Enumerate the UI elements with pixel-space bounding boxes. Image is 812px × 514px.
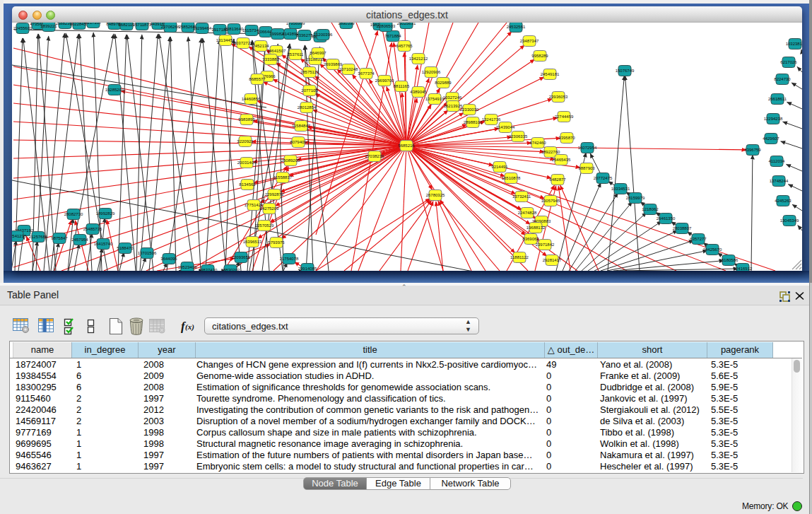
svg-text:8224730: 8224730 [774, 77, 791, 81]
svg-text:29281417: 29281417 [543, 258, 562, 262]
svg-text:22744459: 22744459 [555, 115, 574, 119]
svg-text:20813640: 20813640 [225, 27, 244, 31]
svg-text:8685577: 8685577 [249, 77, 266, 81]
svg-text:21257684: 21257684 [29, 235, 48, 239]
svg-text:3395870: 3395870 [558, 136, 575, 140]
svg-text:14275203: 14275203 [260, 206, 279, 211]
svg-text:23487347: 23487347 [520, 39, 539, 43]
svg-text:29914085: 29914085 [298, 267, 317, 271]
svg-text:19299464: 19299464 [193, 26, 212, 30]
svg-text:13748244: 13748244 [770, 179, 789, 183]
svg-text:18922760: 18922760 [541, 150, 560, 154]
svg-text:5188470: 5188470 [117, 246, 134, 250]
svg-text:1890399: 1890399 [338, 23, 355, 25]
svg-text:22806503: 22806503 [377, 24, 396, 28]
svg-text:10323815: 10323815 [786, 42, 802, 46]
svg-text:22570529: 22570529 [255, 223, 274, 228]
svg-text:13134457: 13134457 [216, 38, 235, 42]
svg-text:5685216: 5685216 [398, 144, 415, 148]
svg-text:11558837: 11558837 [273, 175, 293, 180]
svg-text:4112034: 4112034 [769, 159, 786, 163]
svg-text:2457954: 2457954 [71, 238, 88, 242]
svg-text:3644095: 3644095 [160, 257, 177, 261]
svg-text:12920906: 12920906 [422, 70, 441, 74]
svg-text:8134562: 8134562 [239, 182, 256, 187]
svg-text:11881122: 11881122 [510, 255, 529, 259]
svg-text:6482877: 6482877 [549, 177, 566, 182]
svg-text:10057945: 10057945 [541, 199, 560, 203]
svg-text:13701506: 13701506 [138, 251, 157, 255]
svg-text:13045349: 13045349 [780, 218, 799, 223]
svg-text:23971842: 23971842 [536, 243, 555, 247]
svg-text:9887903: 9887903 [578, 166, 595, 170]
svg-text:10837430: 10837430 [199, 268, 218, 271]
svg-text:15076749: 15076749 [616, 69, 635, 73]
svg-text:4429607: 4429607 [763, 136, 779, 141]
svg-text:22330030: 22330030 [460, 107, 479, 112]
svg-text:9958289: 9958289 [531, 54, 548, 58]
svg-text:12294238: 12294238 [764, 117, 783, 121]
svg-text:13754919: 13754919 [425, 97, 445, 101]
svg-text:25465435: 25465435 [552, 158, 571, 162]
svg-text:28830202: 28830202 [221, 268, 240, 271]
svg-text:9214491: 9214491 [491, 165, 508, 169]
svg-text:24641507: 24641507 [267, 49, 286, 53]
svg-text:13421212: 13421212 [409, 57, 428, 61]
svg-text:8029889: 8029889 [435, 81, 452, 85]
svg-text:13732411: 13732411 [512, 194, 531, 199]
svg-text:12541238: 12541238 [12, 234, 27, 238]
svg-text:19523409: 19523409 [178, 265, 197, 269]
svg-text:8396759: 8396759 [744, 148, 761, 152]
svg-text:21754078: 21754078 [280, 257, 299, 261]
svg-text:2077105: 2077105 [301, 88, 318, 93]
svg-text:20772475: 20772475 [594, 176, 613, 180]
svg-text:26939869: 26939869 [324, 62, 343, 66]
svg-text:23936053: 23936053 [549, 95, 568, 99]
svg-text:22474828: 22474828 [518, 211, 537, 215]
svg-text:20031404: 20031404 [237, 160, 257, 165]
svg-text:16510878: 16510878 [502, 176, 521, 180]
svg-text:28038807: 28038807 [673, 226, 692, 230]
svg-text:8811165: 8811165 [394, 84, 410, 88]
svg-text:19688132: 19688132 [526, 226, 546, 230]
svg-text:9875847: 9875847 [51, 236, 68, 240]
svg-text:3333883: 3333883 [262, 57, 279, 62]
svg-text:6457765: 6457765 [396, 44, 413, 48]
svg-text:1218062: 1218062 [642, 207, 659, 211]
svg-text:7671884: 7671884 [384, 34, 401, 38]
svg-text:28082730: 28082730 [64, 212, 83, 216]
svg-text:12416912: 12416912 [734, 267, 753, 271]
svg-text:27038236: 27038236 [365, 154, 384, 158]
svg-text:9217207: 9217207 [85, 23, 102, 25]
svg-text:10327246: 10327246 [443, 95, 462, 100]
svg-text:25711873: 25711873 [133, 23, 152, 27]
svg-text:24549181: 24549181 [541, 72, 560, 76]
svg-text:28159979: 28159979 [626, 196, 645, 200]
svg-text:6217026: 6217026 [780, 60, 797, 64]
svg-text:10334531: 10334531 [611, 187, 630, 191]
svg-text:18992829: 18992829 [96, 211, 115, 216]
svg-text:22455603: 22455603 [13, 26, 33, 30]
svg-text:25485735: 25485735 [83, 227, 102, 231]
svg-text:22093651: 22093651 [232, 255, 251, 259]
svg-text:9983893: 9983893 [238, 117, 255, 122]
svg-text:26618611: 26618611 [768, 97, 787, 101]
svg-text:8369062: 8369062 [522, 237, 539, 241]
svg-text:29699700: 29699700 [375, 78, 394, 83]
svg-text:21439044: 21439044 [496, 125, 515, 129]
svg-text:3677374: 3677374 [358, 71, 375, 76]
svg-text:8646997: 8646997 [310, 51, 326, 55]
svg-text:(x): (x) [185, 322, 194, 332]
svg-text:10710248: 10710248 [339, 67, 358, 71]
svg-text:28988101: 28988101 [464, 120, 483, 124]
svg-text:4389045: 4389045 [410, 90, 427, 94]
svg-text:14460856: 14460856 [242, 97, 261, 101]
svg-text:16396513: 16396513 [243, 240, 262, 244]
svg-text:24425670: 24425670 [703, 247, 722, 252]
svg-text:16415740: 16415740 [94, 242, 113, 246]
svg-text:2537611: 2537611 [288, 52, 305, 57]
svg-text:8079409: 8079409 [290, 140, 307, 144]
svg-text:26461350: 26461350 [657, 216, 676, 221]
svg-text:6742460: 6742460 [529, 141, 546, 145]
svg-text:6357277: 6357277 [690, 237, 707, 241]
